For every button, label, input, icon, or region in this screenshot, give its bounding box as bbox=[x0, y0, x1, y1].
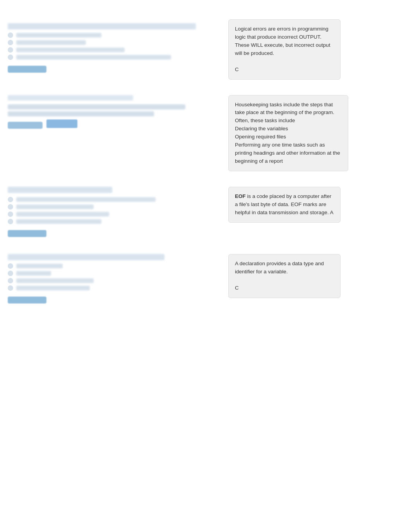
q1-explanation-text: Logical errors are errors in programming… bbox=[235, 26, 330, 56]
q4-bullet-d bbox=[8, 285, 13, 291]
q1-answer-button[interactable] bbox=[8, 66, 46, 73]
question-left-1 bbox=[8, 19, 224, 80]
q4-text-c bbox=[16, 278, 94, 283]
question-block-2: Housekeeping tasks include the steps tha… bbox=[8, 95, 403, 171]
q3-option-a bbox=[8, 197, 217, 202]
q4-explanation-box: A declaration provides a data type and i… bbox=[228, 254, 341, 298]
q4-bullet-a bbox=[8, 263, 13, 269]
question-block-4: A declaration provides a data type and i… bbox=[8, 254, 403, 305]
page-container: Logical errors are errors in programming… bbox=[0, 0, 411, 532]
question-left-3 bbox=[8, 187, 224, 239]
q4-option-d bbox=[8, 285, 217, 291]
question-right-4: A declaration provides a data type and i… bbox=[224, 254, 403, 305]
q1-bullet-b bbox=[8, 40, 13, 45]
question-block-3: EOF is a code placed by a computer after… bbox=[8, 187, 403, 239]
q1-bullet-a bbox=[8, 32, 13, 38]
q4-title-blur bbox=[8, 254, 164, 260]
q4-bullet-b bbox=[8, 271, 13, 276]
q4-text-b bbox=[16, 271, 51, 276]
q1-text-b bbox=[16, 40, 86, 45]
q1-text-d bbox=[16, 55, 171, 60]
question-right-3: EOF is a code placed by a computer after… bbox=[224, 187, 403, 239]
q1-bullet-d bbox=[8, 55, 13, 60]
question-right-1: Logical errors are errors in programming… bbox=[224, 19, 403, 80]
q3-bullet-d bbox=[8, 219, 13, 224]
q3-explanation-text: is a code placed by a computer after a f… bbox=[235, 193, 331, 215]
q1-option-a bbox=[8, 32, 217, 38]
q1-explanation-suffix: C bbox=[235, 66, 239, 72]
q3-option-b bbox=[8, 204, 217, 210]
q2-explanation-box: Housekeeping tasks include the steps tha… bbox=[228, 95, 348, 171]
q3-answer-button[interactable] bbox=[8, 230, 46, 237]
q3-explanation-box: EOF is a code placed by a computer after… bbox=[228, 187, 341, 223]
q3-option-d bbox=[8, 219, 217, 224]
q4-bullet-c bbox=[8, 278, 13, 283]
q1-explanation-box: Logical errors are errors in programming… bbox=[228, 19, 341, 80]
q3-explanation-suffix: A bbox=[330, 210, 333, 215]
q4-option-a bbox=[8, 263, 217, 269]
q3-text-b bbox=[16, 205, 94, 209]
q4-option-b bbox=[8, 271, 217, 276]
q4-text-a bbox=[16, 264, 63, 268]
question-block-1: Logical errors are errors in programming… bbox=[8, 19, 403, 80]
question-right-2: Housekeeping tasks include the steps tha… bbox=[224, 95, 403, 171]
q2-body-blur-1 bbox=[8, 104, 185, 109]
q1-option-c bbox=[8, 47, 217, 53]
q4-answer-button[interactable] bbox=[8, 297, 46, 304]
q3-text-d bbox=[16, 219, 101, 224]
q3-text-a bbox=[16, 197, 156, 202]
q3-bullet-a bbox=[8, 197, 13, 202]
q2-answer-button[interactable] bbox=[8, 122, 43, 129]
q1-title-blur bbox=[8, 23, 196, 29]
q3-text-c bbox=[16, 212, 109, 217]
q3-title-blur bbox=[8, 187, 112, 193]
q3-bullet-b bbox=[8, 204, 13, 210]
q1-option-b bbox=[8, 40, 217, 45]
q2-body-blur-2 bbox=[8, 111, 154, 116]
q3-bullet-c bbox=[8, 211, 13, 217]
q4-explanation-suffix: C bbox=[235, 285, 239, 291]
q2-explanation-text: Housekeeping tasks include the steps tha… bbox=[235, 102, 340, 164]
q1-bullet-c bbox=[8, 47, 13, 53]
q3-eof-label: EOF bbox=[235, 193, 246, 199]
q3-option-c bbox=[8, 211, 217, 217]
q1-text-c bbox=[16, 48, 125, 52]
q4-option-c bbox=[8, 278, 217, 283]
q1-option-d bbox=[8, 55, 217, 60]
q2-title-blur bbox=[8, 95, 133, 101]
q4-explanation-text: A declaration provides a data type and i… bbox=[235, 261, 324, 275]
question-left-4 bbox=[8, 254, 224, 305]
question-left-2 bbox=[8, 95, 224, 171]
q4-text-d bbox=[16, 286, 90, 290]
q2-blue-badge bbox=[46, 119, 77, 128]
q1-text-a bbox=[16, 33, 101, 38]
